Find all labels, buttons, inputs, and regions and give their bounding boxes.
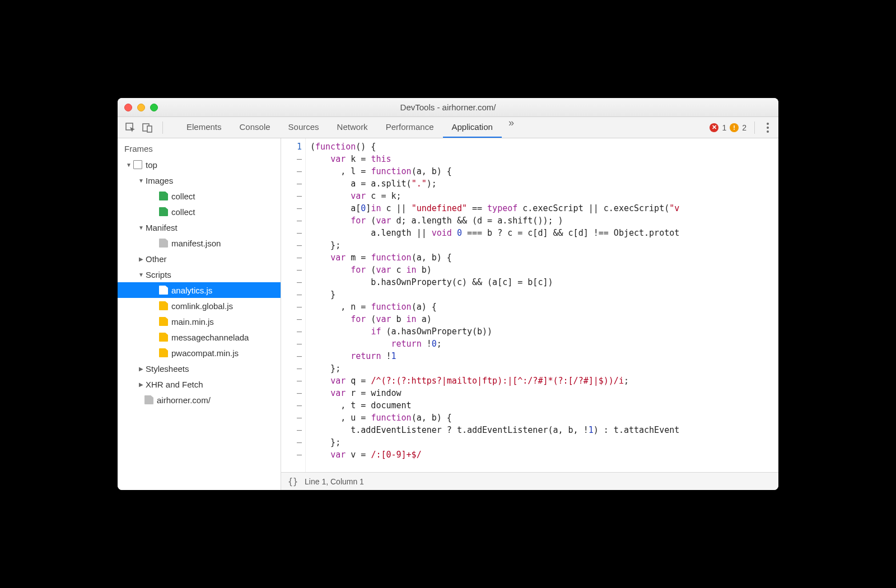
tree-item-label: Scripts [146,270,171,279]
code-line[interactable]: a = a.split("."); [310,178,778,190]
chevron-down-icon[interactable]: ▼ [138,178,144,184]
panel-tabs: Elements Console Sources Network Perform… [178,117,521,138]
tree-file[interactable]: pwacompat.min.js [118,345,281,361]
code-line[interactable]: t.addEventListener ? t.addEventListener(… [310,424,778,436]
tree-group[interactable]: ▶Other [118,251,281,267]
fold-marker[interactable]: – [281,301,302,313]
tabs-overflow-button[interactable]: » [502,117,521,138]
code-line[interactable]: for (var d; a.length && (d = a.shift());… [310,214,778,227]
chevron-right-icon[interactable]: ▶ [138,381,144,388]
code-line[interactable]: var r = window [310,387,778,399]
fold-marker[interactable]: – [281,424,302,436]
fold-marker[interactable]: – [281,153,302,165]
code-line[interactable]: for (var b in a) [310,313,778,325]
tree-group[interactable]: ▶Stylesheets [118,361,281,376]
code-line[interactable]: var v = /:[0-9]+$/ [310,449,778,461]
tab-application[interactable]: Application [443,117,502,138]
fold-marker[interactable]: – [281,375,302,387]
code-line[interactable]: }; [310,436,778,449]
fold-marker[interactable]: – [281,313,302,325]
fold-marker[interactable]: – [281,350,302,362]
tree-file[interactable]: main.min.js [118,314,281,329]
fold-marker[interactable]: – [281,362,302,375]
chevron-down-icon[interactable]: ▼ [138,225,144,231]
issue-counters[interactable]: ✕ 1 ! 2 [710,123,746,132]
code-line[interactable]: return !0; [310,338,778,350]
zoom-window-button[interactable] [150,104,158,111]
pretty-print-button[interactable]: {} [288,477,298,487]
code-line[interactable]: a[0]in c || "undefined" == typeof c.exec… [310,202,778,214]
code-line[interactable]: }; [310,239,778,251]
chevron-down-icon[interactable]: ▼ [125,162,132,168]
code-line[interactable]: (function() { [310,141,778,153]
code-line[interactable]: , l = function(a, b) { [310,165,778,178]
fold-marker[interactable]: – [281,338,302,350]
fold-marker[interactable]: – [281,412,302,424]
code-line[interactable]: , u = function(a, b) { [310,412,778,424]
code-content[interactable]: (function() { var k = this , l = functio… [306,138,778,472]
fold-marker[interactable]: – [281,264,302,276]
line-gutter[interactable]: 1––––––––––––––––––––––––– [281,138,306,472]
code-area[interactable]: 1––––––––––––––––––––––––– (function() {… [281,138,778,472]
fold-marker[interactable]: – [281,325,302,338]
tree-item-label: airhorner.com/ [157,395,211,405]
fold-marker[interactable]: – [281,436,302,449]
fold-marker[interactable]: – [281,165,302,178]
settings-menu-button[interactable] [763,123,773,133]
code-line[interactable]: , n = function(a) { [310,301,778,313]
tree-group[interactable]: ▼Manifest [118,220,281,235]
tree-file[interactable]: comlink.global.js [118,298,281,314]
close-window-button[interactable] [124,104,132,111]
fold-marker[interactable]: – [281,227,302,239]
tree-frame-top[interactable]: ▼top [118,157,281,172]
code-line[interactable]: return !1 [310,350,778,362]
code-line[interactable]: if (a.hasOwnProperty(b)) [310,325,778,338]
tree-file[interactable]: manifest.json [118,235,281,251]
code-line[interactable]: var k = this [310,153,778,165]
titlebar: DevTools - airhorner.com/ [118,98,778,117]
tab-performance[interactable]: Performance [377,117,443,138]
tree-file[interactable]: airhorner.com/ [118,392,281,408]
tab-sources[interactable]: Sources [279,117,328,138]
code-line[interactable]: } [310,288,778,301]
fold-marker[interactable]: – [281,202,302,214]
code-line[interactable]: var q = /^(?:(?:https?|mailto|ftp):|[^:/… [310,375,778,387]
code-line[interactable]: for (var c in b) [310,264,778,276]
code-line[interactable]: , t = document [310,399,778,412]
tree-file[interactable]: collect [118,204,281,220]
tree-group[interactable]: ▶XHR and Fetch [118,376,281,392]
line-number[interactable]: 1 [281,141,302,153]
code-line[interactable]: a.length || void 0 === b ? c = c[d] && c… [310,227,778,239]
tree-file[interactable]: analytics.js [118,282,281,298]
code-line[interactable]: var m = function(a, b) { [310,251,778,264]
chevron-right-icon[interactable]: ▶ [138,366,144,372]
minimize-window-button[interactable] [137,104,145,111]
warning-icon: ! [730,123,739,132]
tree-file[interactable]: messagechannelada [118,329,281,345]
fold-marker[interactable]: – [281,399,302,412]
code-line[interactable]: var c = k; [310,190,778,202]
code-line[interactable]: }; [310,362,778,375]
fold-marker[interactable]: – [281,288,302,301]
chevron-right-icon[interactable]: ▶ [138,256,144,262]
fold-marker[interactable]: – [281,276,302,288]
fold-marker[interactable]: – [281,449,302,461]
tree-group[interactable]: ▼Images [118,172,281,188]
tab-elements[interactable]: Elements [178,117,231,138]
tree-item-label: comlink.global.js [171,301,233,311]
tree-item-label: Manifest [146,223,178,232]
tab-console[interactable]: Console [231,117,279,138]
fold-marker[interactable]: – [281,214,302,227]
fold-marker[interactable]: – [281,251,302,264]
fold-marker[interactable]: – [281,239,302,251]
inspect-element-icon[interactable] [123,120,138,135]
fold-marker[interactable]: – [281,190,302,202]
fold-marker[interactable]: – [281,387,302,399]
chevron-down-icon[interactable]: ▼ [138,272,144,278]
tree-group[interactable]: ▼Scripts [118,267,281,282]
fold-marker[interactable]: – [281,178,302,190]
code-line[interactable]: b.hasOwnProperty(c) && (a[c] = b[c]) [310,276,778,288]
device-toolbar-icon[interactable] [140,120,155,135]
tab-network[interactable]: Network [328,117,377,138]
tree-file[interactable]: collect [118,188,281,204]
